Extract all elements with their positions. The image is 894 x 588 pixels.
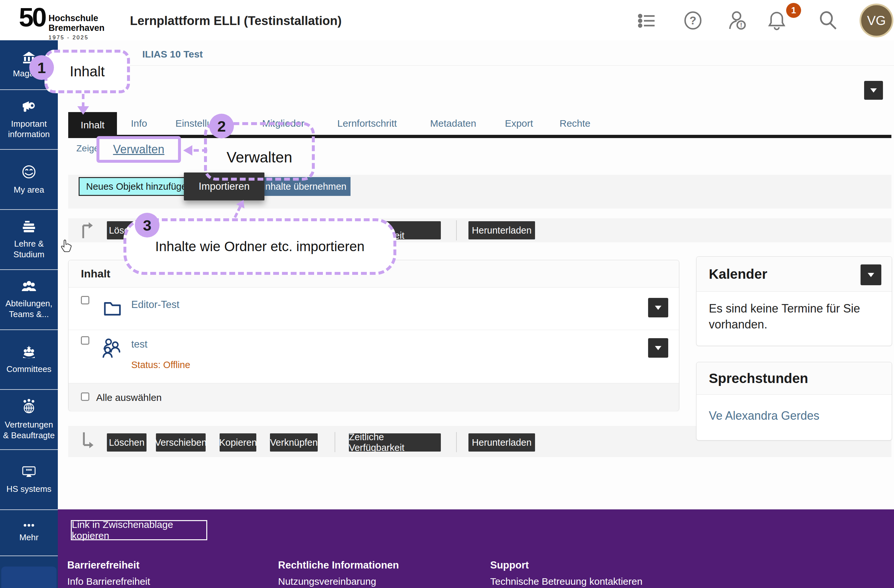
page: 50 Hochschule Bremerhaven 1975 - 2025 Le… [0, 0, 894, 588]
sidebar-item-label: Lehre & Studium [0, 239, 58, 260]
ellipsis-icon [21, 523, 37, 529]
sidebar-item-important-information[interactable]: Important information [0, 90, 58, 150]
top-header: 50 Hochschule Bremerhaven 1975 - 2025 Le… [0, 0, 894, 40]
status-badge: Status: Offline [131, 360, 190, 370]
verwalten-highlight-box: Verwalten [97, 136, 181, 163]
notification-badge: 1 [786, 3, 801, 18]
annotation-step1-number: 1 [29, 55, 54, 80]
tab-underline [68, 135, 891, 138]
svg-text:?: ? [689, 14, 696, 27]
copy-link-button[interactable]: Link in Zwischenablage kopieren [71, 520, 207, 540]
user-alert-icon[interactable]: ! [727, 10, 749, 32]
tab-rechte[interactable]: Rechte [551, 112, 600, 135]
sidebar-item-label: Mehr [18, 532, 40, 543]
select-all-row: Alle auswählen [68, 383, 679, 411]
footer: Link in Zwischenablage kopieren Barriere… [58, 509, 894, 588]
footer-link-terms[interactable]: Nutzungsvereinbarung [278, 576, 376, 587]
logo-line1: Hochschule [48, 14, 104, 23]
add-object-button[interactable]: Neues Objekt hinzufügen [79, 177, 187, 196]
chevron-down-icon [655, 306, 661, 310]
object-link-editor-test[interactable]: Editor-Test [131, 299, 179, 311]
sidebar-item-my-area[interactable]: My area [0, 150, 58, 210]
tab-lernfortschritt[interactable]: Lernfortschritt [325, 112, 409, 135]
calendar-dropdown-button[interactable] [861, 265, 881, 285]
monitor-icon: *** [20, 465, 37, 481]
row-checkbox[interactable] [81, 296, 89, 304]
row-actions-dropdown-button[interactable] [648, 338, 668, 358]
bullet-list-icon[interactable] [637, 12, 657, 31]
sidebar-item-abteilungen-teams[interactable]: Abteilungen, Teams &... [0, 270, 58, 330]
megaphone-icon [20, 100, 37, 115]
office-hours-title: Sprechstunden [696, 362, 892, 395]
select-all-label: Alle auswählen [96, 392, 162, 403]
logo-line2: Bremerhaven [48, 23, 104, 33]
sidebar-item-label: Committees [5, 364, 53, 375]
annotation-step3-label: Inhalte wie Ordner etc. importieren [126, 221, 393, 272]
svg-text:!: ! [740, 21, 742, 29]
logo-50-mark: 50 [19, 4, 45, 41]
page-actions-dropdown-button[interactable] [864, 81, 883, 100]
show-label: Zeige [76, 143, 99, 154]
annotation-step1-label: Inhalt [47, 53, 127, 90]
sidebar-item-label: Vertretungen & Beauftragte [0, 419, 58, 440]
sidebar-item-lehre-studium[interactable]: Lehre & Studium [0, 210, 58, 270]
office-hours-link[interactable]: Ve Alexandra Gerdes [709, 409, 819, 423]
globe-users-icon [20, 399, 37, 416]
sidebar-item-label: HS systems [5, 484, 53, 494]
annotation-step2-number: 2 [209, 114, 234, 138]
footer-heading-support: Support [490, 559, 529, 571]
move-button[interactable]: Verschieben [156, 433, 205, 452]
sidebar: Magazin Important information My area [0, 40, 58, 588]
annotation-step2-arrow-line [193, 149, 207, 152]
tab-info[interactable]: Info [119, 112, 159, 135]
action-separator [456, 432, 457, 452]
availability-button[interactable]: Zeitliche Verfügbarkeit [349, 433, 441, 452]
help-icon[interactable]: ? [683, 11, 703, 32]
object-link-test[interactable]: test [131, 339, 148, 350]
books-icon [20, 219, 37, 235]
sidebar-item-hs-systems[interactable]: *** HS systems [0, 450, 58, 510]
link-button[interactable]: Verknüpfen [270, 433, 318, 452]
footer-link-accessibility-info[interactable]: Info Barrierefreiheit [67, 576, 150, 587]
row-checkbox[interactable] [81, 336, 89, 345]
footer-heading-legal: Rechtliche Informationen [278, 559, 399, 571]
tab-inhalt[interactable]: Inhalt [68, 112, 117, 138]
sidebar-item-committees[interactable]: Committees [0, 330, 58, 390]
apply-up-arrow-icon [79, 221, 94, 240]
annotation-step1-arrow-line [82, 94, 85, 107]
annotation-step2-arrowhead [183, 145, 192, 156]
breadcrumb[interactable]: ILIAS 10 Test [142, 49, 203, 60]
apply-down-arrow-icon [80, 431, 94, 451]
content-panel: Inhalt Editor-Test test Status: Offline [68, 260, 679, 411]
calendar-panel: Kalender Es sind keine Termine für Sie v… [696, 256, 892, 346]
hochschule-bremerhaven-logo[interactable]: 50 Hochschule Bremerhaven 1975 - 2025 [19, 4, 104, 41]
sidebar-item-label: My area [12, 184, 45, 195]
annotation-step3-box: Inhalte wie Ordner etc. importieren [124, 218, 396, 275]
chevron-down-icon [655, 346, 661, 350]
download-button[interactable]: Herunterladen [468, 221, 535, 239]
sidebar-item-vertretungen-beauftragte[interactable]: Vertretungen & Beauftragte [0, 390, 58, 450]
view-link-verwalten[interactable]: Verwalten [113, 143, 165, 156]
calendar-empty-text: Es sind keine Termine für Sie vorhanden. [709, 301, 865, 333]
smiley-icon [21, 164, 37, 181]
select-all-checkbox[interactable] [81, 392, 89, 401]
tab-metadaten[interactable]: Metadaten [419, 112, 487, 135]
chevron-down-icon [870, 88, 877, 92]
delete-button[interactable]: Löschen [107, 433, 146, 452]
search-icon[interactable] [818, 11, 838, 32]
download-button[interactable]: Herunterladen [468, 433, 535, 452]
tab-export[interactable]: Export [495, 112, 542, 135]
copy-button[interactable]: Kopieren [220, 433, 256, 452]
annotation-step3-number: 3 [135, 213, 160, 237]
sidebar-bottom-block [1, 567, 56, 588]
hand-cursor [59, 239, 72, 255]
action-separator [335, 432, 335, 452]
office-hours-panel: Sprechstunden Ve Alexandra Gerdes [696, 362, 892, 440]
annotation-step1-box: Inhalt [44, 50, 130, 93]
sidebar-item-mehr[interactable]: Mehr [0, 510, 58, 556]
footer-link-contact-support[interactable]: Technische Betreuung kontaktieren [490, 576, 643, 587]
folder-icon [103, 298, 122, 319]
avatar[interactable]: VG [859, 4, 893, 37]
notifications-bell-icon[interactable] [766, 10, 787, 32]
row-actions-dropdown-button[interactable] [648, 298, 668, 317]
